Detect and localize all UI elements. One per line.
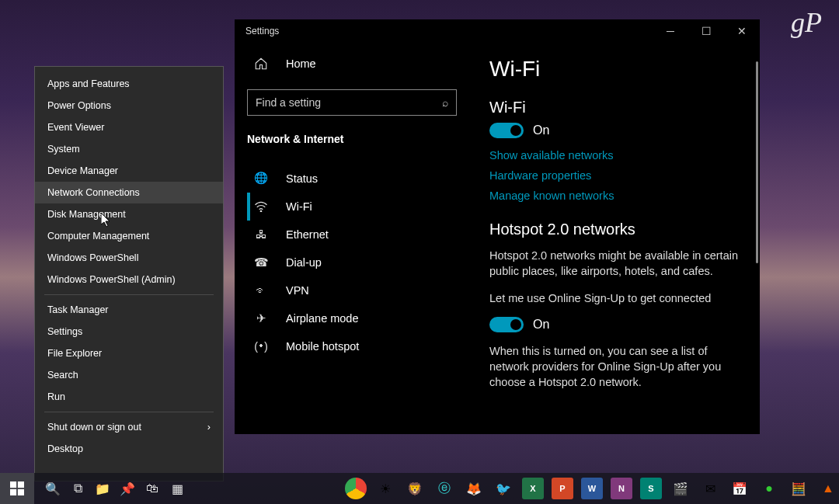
dialup-icon: ☎	[253, 256, 269, 269]
search-placeholder: Find a setting	[256, 96, 321, 109]
nav-vpn[interactable]: ᯤ VPN	[247, 276, 469, 304]
nav-wifi[interactable]: Wi-Fi	[247, 193, 469, 221]
taskbar-sway-icon[interactable]: S	[640, 478, 662, 499]
nav-hotspot[interactable]: (ꞏ) Mobile hotspot	[247, 332, 469, 360]
winx-item-network-connections[interactable]: Network Connections	[35, 182, 223, 203]
settings-nav: Home Find a setting ⌕ Network & Internet…	[235, 43, 469, 434]
hotspot-icon: (ꞏ)	[253, 340, 269, 353]
taskbar-video-icon[interactable]: 🎬	[670, 478, 691, 499]
wifi-toggle-state: On	[533, 123, 549, 137]
ethernet-icon: 🖧	[253, 228, 269, 241]
svg-point-0	[260, 210, 262, 212]
taskbar-search-icon[interactable]: 🔍	[42, 478, 64, 499]
winx-item-system[interactable]: System	[35, 138, 223, 160]
taskbar-store-icon[interactable]: 🛍	[141, 478, 163, 499]
winx-item-shutdown[interactable]: Shut down or sign out›	[35, 416, 223, 438]
winx-item-search[interactable]: Search	[35, 364, 223, 386]
taskbar-onenote-icon[interactable]: N	[611, 478, 632, 499]
status-icon: 🌐	[253, 172, 269, 185]
home-icon	[253, 57, 269, 71]
winx-item-powershell[interactable]: Windows PowerShell	[35, 247, 223, 269]
nav-status[interactable]: 🌐 Status	[247, 164, 469, 193]
taskbar-mail-icon[interactable]: ✉	[699, 478, 721, 499]
vpn-icon: ᯤ	[253, 284, 269, 297]
nav-dialup[interactable]: ☎ Dial-up	[247, 249, 469, 276]
taskbar-app-icon[interactable]: ▦	[166, 478, 188, 499]
link-known-networks[interactable]: Manage known networks	[489, 189, 740, 202]
start-button[interactable]	[0, 473, 34, 504]
winx-item-desktop[interactable]: Desktop	[35, 438, 223, 460]
winx-item-device-manager[interactable]: Device Manager	[35, 160, 223, 182]
settings-window: Settings ─ ☐ ✕ Home Find a setting ⌕ Net…	[235, 19, 760, 434]
winx-item-power-options[interactable]: Power Options	[35, 95, 223, 116]
winx-item-apps-features[interactable]: Apps and Features	[35, 73, 223, 95]
settings-content: Wi-Fi Wi-Fi On Show available networks H…	[469, 43, 760, 434]
winx-item-task-manager[interactable]: Task Manager	[35, 299, 223, 321]
svg-rect-1	[10, 481, 16, 488]
online-signup-label: Let me use Online Sign-Up to get connect…	[489, 290, 740, 306]
svg-rect-2	[18, 481, 24, 488]
winx-separator	[44, 294, 214, 295]
hotspot-heading: Hotspot 2.0 networks	[489, 221, 740, 238]
winx-menu: Apps and Features Power Options Event Vi…	[34, 66, 224, 481]
wifi-toggle[interactable]	[489, 123, 524, 138]
taskbar-edge-icon[interactable]: ⓔ	[433, 478, 455, 499]
wifi-section-label: Wi-Fi	[489, 99, 740, 116]
airplane-icon: ✈	[253, 312, 269, 325]
nav-airplane[interactable]: ✈ Airplane mode	[247, 304, 469, 332]
taskbar-app1-icon[interactable]: 🐦	[493, 478, 514, 499]
nav-home[interactable]: Home	[247, 49, 469, 78]
taskbar-explorer-icon[interactable]: 📁	[92, 478, 113, 499]
winx-item-powershell-admin[interactable]: Windows PowerShell (Admin)	[35, 269, 223, 290]
search-input[interactable]: Find a setting ⌕	[247, 89, 457, 116]
taskbar: 🔍 ⧉ 📁 📌 🛍 ▦ ☀ 🦁 ⓔ 🦊 🐦 X P W N S 🎬 ✉ 📅 ● …	[0, 473, 839, 504]
taskbar-excel-icon[interactable]: X	[522, 478, 544, 499]
taskbar-app2-icon[interactable]: ●	[758, 478, 780, 499]
minimize-button[interactable]: ─	[653, 19, 688, 43]
window-title: Settings	[245, 26, 279, 36]
close-button[interactable]: ✕	[724, 19, 760, 43]
taskbar-brave-icon[interactable]: 🦁	[404, 478, 426, 499]
wifi-icon	[253, 201, 269, 212]
online-signup-toggle[interactable]	[489, 317, 524, 332]
winx-item-disk-management[interactable]: Disk Management	[35, 203, 223, 225]
maximize-button[interactable]: ☐	[688, 19, 724, 43]
page-title: Wi-Fi	[489, 57, 740, 82]
hotspot-desc: Hotspot 2.0 networks might be available …	[489, 248, 740, 280]
svg-rect-4	[18, 489, 24, 495]
winx-item-run[interactable]: Run	[35, 386, 223, 408]
online-signup-desc: When this is turned on, you can see a li…	[489, 343, 740, 391]
nav-ethernet[interactable]: 🖧 Ethernet	[247, 221, 469, 249]
chevron-right-icon: ›	[207, 422, 211, 433]
taskbar-word-icon[interactable]: W	[581, 478, 603, 499]
taskbar-ppt-icon[interactable]: P	[552, 478, 573, 499]
taskbar-pin-icon[interactable]: 📌	[117, 478, 138, 499]
link-show-networks[interactable]: Show available networks	[489, 149, 740, 162]
winx-item-computer-management[interactable]: Computer Management	[35, 225, 223, 247]
search-icon: ⌕	[442, 96, 448, 109]
taskbar-taskview-icon[interactable]: ⧉	[67, 478, 89, 499]
svg-rect-3	[10, 489, 16, 495]
scrollbar[interactable]	[756, 61, 758, 263]
titlebar[interactable]: Settings ─ ☐ ✕	[235, 19, 760, 43]
taskbar-chrome-icon[interactable]	[345, 478, 367, 499]
nav-home-label: Home	[286, 57, 316, 70]
link-hardware-props[interactable]: Hardware properties	[489, 169, 740, 182]
winx-item-event-viewer[interactable]: Event Viewer	[35, 116, 223, 138]
winx-separator	[44, 412, 214, 412]
taskbar-firefox-icon[interactable]: 🦊	[463, 478, 485, 499]
online-signup-state: On	[533, 318, 549, 332]
taskbar-vlc-icon[interactable]: ▲	[817, 478, 839, 499]
nav-section-label: Network & Internet	[247, 130, 469, 164]
taskbar-calculator-icon[interactable]: 🧮	[788, 478, 809, 499]
taskbar-brightness-icon[interactable]: ☀	[374, 478, 396, 499]
watermark: gP	[791, 6, 822, 39]
winx-item-settings[interactable]: Settings	[35, 321, 223, 342]
winx-item-file-explorer[interactable]: File Explorer	[35, 342, 223, 364]
taskbar-calendar-icon[interactable]: 📅	[729, 478, 750, 499]
